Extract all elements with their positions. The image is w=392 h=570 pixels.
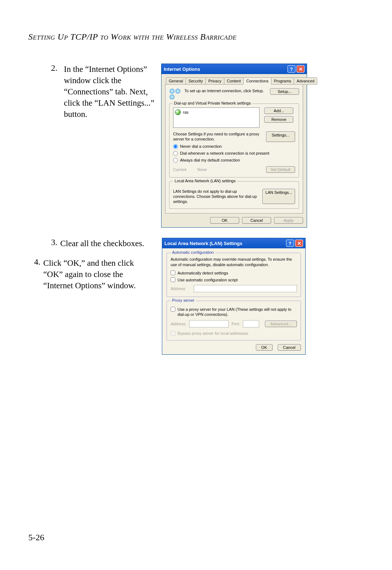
- step-4-text: Click “OK,” and then click “OK” again to…: [43, 257, 155, 291]
- proxy-address-label: Address:: [171, 322, 186, 326]
- radio-dialwhen[interactable]: [173, 151, 178, 156]
- port-label: Port:: [232, 322, 240, 326]
- current-label: Current: [173, 167, 187, 172]
- tab-programs[interactable]: Programs: [271, 77, 294, 85]
- tab-advanced[interactable]: Advanced: [294, 77, 317, 85]
- tabs: General Security Privacy Content Connect…: [165, 77, 303, 85]
- setup-text: To set up an Internet connection, click …: [184, 88, 266, 93]
- proxy-port-input: [243, 320, 259, 327]
- radio-dialwhen-label: Dial whenever a network connection is no…: [180, 151, 269, 155]
- proxy-address-input: [189, 320, 229, 327]
- add-button[interactable]: Add...: [264, 107, 293, 114]
- tab-connections[interactable]: Connections: [243, 77, 271, 85]
- advanced-button: Advanced...: [265, 321, 297, 327]
- chk-bypass: [171, 331, 175, 336]
- tab-privacy[interactable]: Privacy: [205, 77, 224, 85]
- apply-button: Apply: [274, 217, 303, 224]
- internet-options-dialog: Internet Options ? ✕ General Security Pr…: [161, 64, 307, 228]
- radio-never[interactable]: [173, 144, 178, 149]
- tab-security[interactable]: Security: [185, 77, 206, 85]
- lan-text: LAN Settings do not apply to dial-up con…: [173, 189, 259, 204]
- connections-list[interactable]: ras: [173, 107, 260, 128]
- help-icon[interactable]: ?: [286, 240, 294, 247]
- cancel-button[interactable]: Cancel: [242, 217, 271, 224]
- step-4-number: 4.: [28, 257, 43, 291]
- step-2-text: In the “Internet Options” window click t…: [64, 64, 158, 228]
- auto-config-title: Automatic configuration: [171, 250, 215, 255]
- chk-use-proxy-label: Use a proxy server for your LAN (These s…: [177, 307, 297, 317]
- page-number: 5-26: [28, 533, 44, 542]
- lan-settings-button[interactable]: LAN Settings...: [262, 189, 295, 204]
- ras-item: ras: [183, 110, 188, 114]
- tab-general[interactable]: General: [166, 77, 186, 85]
- chk-use-script[interactable]: [171, 277, 175, 282]
- auto-config-text: Automatic configuration may override man…: [171, 257, 297, 268]
- current-value: None: [197, 167, 207, 172]
- tab-content[interactable]: Content: [224, 77, 244, 85]
- remove-button[interactable]: Remove: [264, 116, 293, 123]
- script-address-input: [194, 285, 297, 292]
- lan-dialog-title: Local Area Network (LAN) Settings: [164, 241, 242, 246]
- step-2-number: 2.: [28, 64, 60, 228]
- proxy-title: Proxy server: [171, 298, 196, 302]
- dialup-group-title: Dial-up and Virtual Private Network sett…: [172, 101, 252, 105]
- lan-ok-button[interactable]: OK: [256, 344, 273, 351]
- radio-always-label: Always dial my default connection: [180, 158, 240, 162]
- chk-use-script-label: Use automatic configuration script: [177, 278, 238, 282]
- choose-settings-text: Choose Settings if you need to configure…: [173, 131, 262, 142]
- chk-bypass-label: Bypass proxy server for local addresses: [177, 331, 248, 335]
- lan-settings-dialog: Local Area Network (LAN) Settings ? ✕ Au…: [162, 238, 306, 354]
- chk-use-proxy[interactable]: [171, 307, 175, 312]
- chk-auto-detect-label: Automatically detect settings: [177, 271, 228, 275]
- close-icon[interactable]: ✕: [297, 65, 305, 73]
- lan-group-title: Local Area Network (LAN) settings: [173, 179, 237, 183]
- step-3-number: 3.: [28, 238, 60, 249]
- chk-auto-detect[interactable]: [171, 270, 175, 275]
- radio-always[interactable]: [173, 158, 178, 163]
- dialog-title: Internet Options: [164, 66, 200, 72]
- address-label: Address: [171, 286, 191, 291]
- settings-button[interactable]: Settings...: [266, 131, 295, 142]
- ok-button[interactable]: OK: [210, 217, 239, 224]
- connection-icon: [169, 88, 181, 100]
- help-icon[interactable]: ?: [287, 65, 295, 73]
- radio-never-label: Never dial a connection: [180, 144, 222, 148]
- page-title: Setting Up TCP/IP to Work with the Wirel…: [28, 32, 364, 42]
- close-icon[interactable]: ✕: [295, 240, 303, 247]
- ras-icon: [175, 109, 181, 115]
- lan-cancel-button[interactable]: Cancel: [278, 344, 301, 351]
- set-default-button: Set Default: [266, 166, 295, 173]
- setup-button[interactable]: Setup...: [270, 88, 299, 95]
- step-3-text: Clear all the checkboxes.: [60, 238, 144, 249]
